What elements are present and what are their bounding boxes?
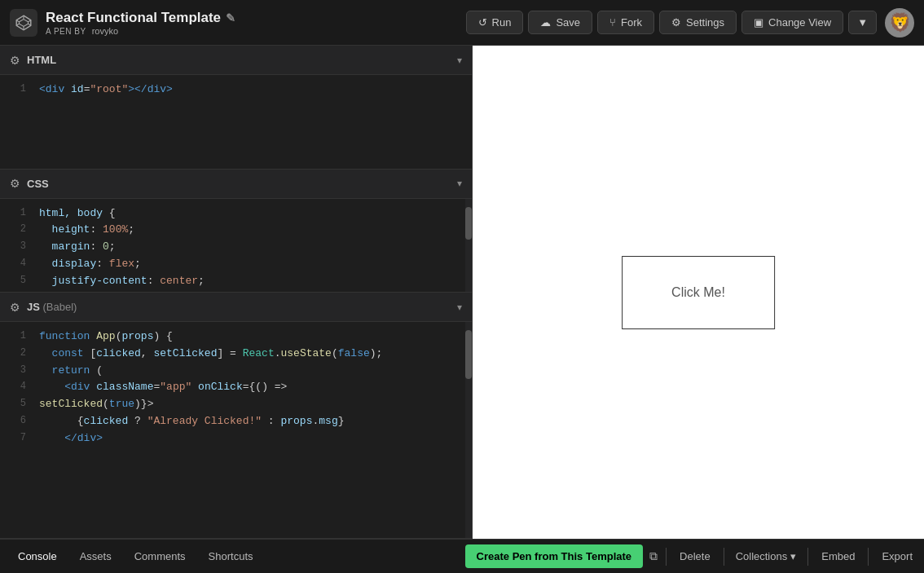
change-view-button[interactable]: ▣ Change View <box>741 11 843 34</box>
edit-pen-icon[interactable]: ✎ <box>226 11 235 24</box>
css-editor-header: ⚙ CSS ▾ <box>0 170 472 199</box>
js-line-6: 6 {clicked ? "Already Clicked!" : props.… <box>0 413 472 430</box>
js-panel-title: JS (Babel) <box>27 301 451 313</box>
html-panel-title: HTML <box>27 54 451 66</box>
pen-title-text[interactable]: React Functional Template <box>46 10 221 26</box>
css-settings-icon[interactable]: ⚙ <box>10 177 20 190</box>
pen-subtitle: A PEN BY rovyko <box>46 26 235 36</box>
fork-icon: ⑂ <box>609 16 616 29</box>
css-collapse-icon[interactable]: ▾ <box>457 178 462 189</box>
js-line-1: 1 function App(props) { <box>0 328 472 346</box>
js-line-7: 7 </div> <box>0 430 472 447</box>
js-editor-content[interactable]: 1 function App(props) { 2 const [clicked… <box>0 322 472 538</box>
save-icon: ☁ <box>540 16 551 29</box>
css-editor-content[interactable]: 1 html, body { 2 height: 100%; 3 margin:… <box>0 199 472 293</box>
bottom-separator-4 <box>868 548 869 566</box>
js-scrollbar-thumb[interactable] <box>465 330 472 379</box>
collections-button[interactable]: Collections ▾ <box>726 545 807 567</box>
logo-area: React Functional Template ✎ A PEN BY rov… <box>10 9 235 37</box>
css-line-4: 4 display: flex; <box>0 256 472 273</box>
html-editor-content[interactable]: 1 <div id="root"></div> <box>0 75 472 169</box>
assets-tab[interactable]: Assets <box>68 545 123 567</box>
html-code-line-1: 1 <div id="root"></div> <box>0 82 472 99</box>
editors-panel: ⚙ HTML ▾ 1 <div id="root"></div> ⚙ CSS ▾… <box>0 46 473 539</box>
css-panel-title: CSS <box>27 178 451 190</box>
css-line-5: 5 justify-content: center; <box>0 273 472 290</box>
preview-button-wrapper: Click Me! <box>622 256 775 329</box>
save-button[interactable]: ☁ Save <box>528 11 592 34</box>
open-new-tab-button[interactable]: ⧉ <box>643 544 664 568</box>
js-editor-header: ⚙ JS (Babel) ▾ <box>0 293 472 322</box>
settings-icon: ⚙ <box>671 16 681 29</box>
delete-button[interactable]: Delete <box>668 545 722 567</box>
svg-marker-1 <box>20 19 29 26</box>
run-button[interactable]: ↺ Run <box>466 11 524 34</box>
bottom-right-actions: Create Pen from This Template ⧉ Delete C… <box>465 544 924 568</box>
js-scrollbar-track <box>465 322 472 538</box>
bottom-separator-3 <box>807 548 808 566</box>
html-collapse-icon[interactable]: ▾ <box>457 55 462 66</box>
js-editor-panel: ⚙ JS (Babel) ▾ 1 function App(props) { 2… <box>0 293 472 539</box>
create-pen-button[interactable]: Create Pen from This Template <box>465 544 643 568</box>
more-options-button[interactable]: ▼ <box>848 11 877 34</box>
css-line-2: 2 height: 100%; <box>0 222 472 239</box>
css-scrollbar-thumb[interactable] <box>465 207 472 240</box>
comments-tab[interactable]: Comments <box>123 545 197 567</box>
html-settings-icon[interactable]: ⚙ <box>10 54 20 67</box>
title-area: React Functional Template ✎ A PEN BY rov… <box>46 10 235 36</box>
css-line-3: 3 margin: 0; <box>0 239 472 256</box>
css-editor-panel: ⚙ CSS ▾ 1 html, body { 2 height: 100%; 3… <box>0 170 472 293</box>
embed-button[interactable]: Embed <box>810 545 866 567</box>
topbar-buttons: ↺ Run ☁ Save ⑂ Fork ⚙ Settings ▣ Change … <box>466 8 914 37</box>
change-view-icon: ▣ <box>754 16 763 29</box>
css-line-6: 6 align-items: center; <box>0 289 472 292</box>
run-icon: ↺ <box>478 16 487 29</box>
codepen-logo-icon <box>10 9 37 37</box>
fork-button[interactable]: ⑂ Fork <box>597 11 654 34</box>
js-line-2: 2 const [clicked, setClicked] = React.us… <box>0 346 472 363</box>
html-editor-header: ⚙ HTML ▾ <box>0 46 472 75</box>
js-settings-icon[interactable]: ⚙ <box>10 301 20 314</box>
console-tab[interactable]: Console <box>7 545 68 567</box>
css-scrollbar-track <box>465 199 472 293</box>
shortcuts-tab[interactable]: Shortcuts <box>197 545 265 567</box>
js-line-4: 4 <div className="app" onClick={() => <box>0 379 472 396</box>
js-line-5: 5 setClicked(true)}> <box>0 396 472 413</box>
collections-dropdown-icon: ▾ <box>790 550 796 562</box>
css-line-1: 1 html, body { <box>0 205 472 223</box>
html-editor-panel: ⚙ HTML ▾ 1 <div id="root"></div> <box>0 46 472 170</box>
avatar[interactable]: 🦁 <box>885 8 914 37</box>
preview-panel: Click Me! <box>473 46 924 539</box>
author-name[interactable]: rovyko <box>92 26 118 36</box>
pen-title: React Functional Template ✎ <box>46 10 235 26</box>
export-button[interactable]: Export <box>870 545 924 567</box>
bottom-separator-1 <box>666 548 667 566</box>
js-line-3: 3 return ( <box>0 363 472 380</box>
settings-button[interactable]: ⚙ Settings <box>659 11 737 34</box>
js-collapse-icon[interactable]: ▾ <box>457 302 462 313</box>
main-area: ⚙ HTML ▾ 1 <div id="root"></div> ⚙ CSS ▾… <box>0 46 924 539</box>
topbar: React Functional Template ✎ A PEN BY rov… <box>0 0 924 46</box>
click-me-button[interactable]: Click Me! <box>622 256 775 329</box>
bottombar: Console Assets Comments Shortcuts Create… <box>0 539 924 573</box>
bottom-separator-2 <box>724 548 724 566</box>
